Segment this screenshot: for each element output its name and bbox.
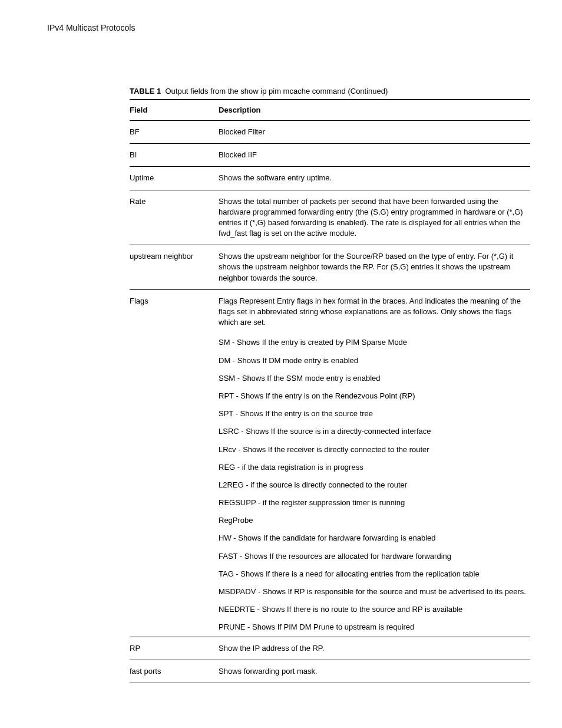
table-row: Flags Flags Represent Entry flags in hex… <box>130 289 530 334</box>
output-fields-table: Field Description BF Blocked Filter BI B… <box>130 99 530 683</box>
col-header-field: Field <box>130 100 219 121</box>
table-row: SPT - Shows If the entry is on the sourc… <box>130 405 530 423</box>
cell-desc: Show the IP address of the RP. <box>219 637 530 660</box>
cell-desc: REGSUPP - if the register suppression ti… <box>219 494 530 512</box>
table-row: PRUNE - Shows If PIM DM Prune to upstrea… <box>130 618 530 637</box>
table-row: TAG - Shows If there is a need for alloc… <box>130 565 530 583</box>
cell-desc: TAG - Shows If there is a need for alloc… <box>219 565 530 583</box>
table-row: fast ports Shows forwarding port mask. <box>130 660 530 683</box>
cell-desc: PRUNE - Shows If PIM DM Prune to upstrea… <box>219 618 530 637</box>
cell-desc: MSDPADV - Shows If RP is responsible for… <box>219 583 530 601</box>
table-row: upstream neighbor Shows the upstream nei… <box>130 245 530 290</box>
table-row: LSRC - Shows If the source is in a direc… <box>130 423 530 440</box>
col-header-description: Description <box>219 100 530 121</box>
cell-desc: Shows the total number of packets per se… <box>219 190 530 245</box>
cell-desc: SM - Shows If the entry is created by PI… <box>219 334 530 351</box>
table-row: BI Blocked IIF <box>130 144 530 167</box>
table-row: SM - Shows If the entry is created by PI… <box>130 334 530 351</box>
cell-desc: HW - Shows If the candidate for hardware… <box>219 529 530 547</box>
cell-desc: Shows forwarding port mask. <box>219 660 530 683</box>
running-header: IPv4 Multicast Protocols <box>47 22 527 34</box>
table-row: NEEDRTE - Shows If there is no route to … <box>130 601 530 618</box>
table-row: REGSUPP - if the register suppression ti… <box>130 494 530 512</box>
cell-field: Flags <box>130 289 219 334</box>
table-row: RP Show the IP address of the RP. <box>130 637 530 660</box>
cell-desc: SSM - Shows If the SSM mode entry is ena… <box>219 370 530 387</box>
cell-field: Uptime <box>130 167 219 190</box>
cell-desc: NEEDRTE - Shows If there is no route to … <box>219 601 530 618</box>
cell-field: upstream neighbor <box>130 245 219 290</box>
cell-desc: REG - if the data registration is in pro… <box>219 459 530 476</box>
table-row: LRcv - Shows If the receiver is directly… <box>130 441 530 459</box>
cell-desc: Flags Represent Entry flags in hex forma… <box>219 289 530 334</box>
table-row: DM - Shows If DM mode entry is enabled <box>130 352 530 370</box>
cell-desc: Shows the software entry uptime. <box>219 167 530 190</box>
table-row: Rate Shows the total number of packets p… <box>130 190 530 245</box>
table-caption-text: Output fields from the show ip pim mcach… <box>165 87 388 95</box>
cell-desc: RPT - Shows If the entry is on the Rende… <box>219 387 530 405</box>
table-row: RegProbe <box>130 512 530 529</box>
table-label: TABLE 1 <box>130 87 161 95</box>
cell-field: Rate <box>130 190 219 245</box>
cell-desc: Blocked IIF <box>219 144 530 167</box>
cell-desc: L2REG - if the source is directly connec… <box>219 476 530 494</box>
table-caption: TABLE 1 Output fields from the show ip p… <box>130 87 388 95</box>
cell-field: RP <box>130 637 219 660</box>
cell-field: BF <box>130 120 219 143</box>
cell-desc: LSRC - Shows If the source is in a direc… <box>219 423 530 440</box>
table-row: SSM - Shows If the SSM mode entry is ena… <box>130 370 530 387</box>
table-row: BF Blocked Filter <box>130 120 530 143</box>
cell-desc: RegProbe <box>219 512 530 529</box>
cell-desc: FAST - Shows If the resources are alloca… <box>219 548 530 565</box>
table-row: HW - Shows If the candidate for hardware… <box>130 529 530 547</box>
table-row: REG - if the data registration is in pro… <box>130 459 530 476</box>
cell-desc: SPT - Shows If the entry is on the sourc… <box>219 405 530 423</box>
cell-field: fast ports <box>130 660 219 683</box>
cell-field: BI <box>130 144 219 167</box>
table-header-row: Field Description <box>130 100 530 121</box>
cell-desc: Blocked Filter <box>219 120 530 143</box>
table-row: FAST - Shows If the resources are alloca… <box>130 548 530 565</box>
cell-desc: Shows the upstream neighbor for the Sour… <box>219 245 530 290</box>
table-row: L2REG - if the source is directly connec… <box>130 476 530 494</box>
cell-desc: DM - Shows If DM mode entry is enabled <box>219 352 530 370</box>
table-row: RPT - Shows If the entry is on the Rende… <box>130 387 530 405</box>
table-row: MSDPADV - Shows If RP is responsible for… <box>130 583 530 601</box>
cell-desc: LRcv - Shows If the receiver is directly… <box>219 441 530 459</box>
table-row: Uptime Shows the software entry uptime. <box>130 167 530 190</box>
